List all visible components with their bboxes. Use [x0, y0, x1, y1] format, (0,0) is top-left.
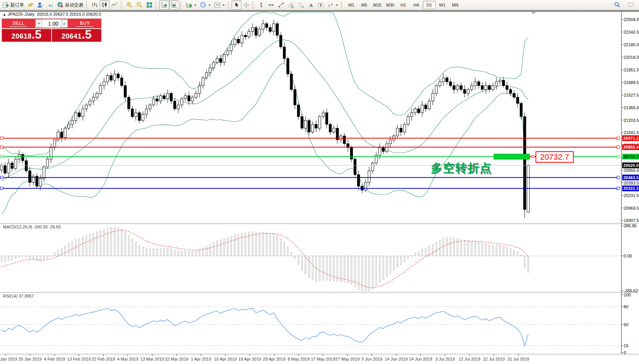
- chat-button[interactable]: [626, 0, 636, 10]
- candle-body: [138, 113, 141, 120]
- auto-scroll-button[interactable]: [159, 0, 169, 10]
- candle-body: [403, 124, 406, 132]
- svg-text:F: F: [302, 5, 304, 9]
- line-handle[interactable]: [617, 155, 620, 158]
- timeframe-w1-button[interactable]: W1: [436, 1, 449, 9]
- candle-body: [382, 147, 384, 151]
- buy-button[interactable]: BUY: [68, 19, 101, 28]
- arrow-objects-button[interactable]: ▼: [326, 0, 340, 10]
- candle-body: [7, 163, 10, 173]
- chart-object-button[interactable]: [26, 0, 36, 10]
- line-handle[interactable]: [617, 187, 620, 190]
- timeframe-m1-button[interactable]: M1: [345, 1, 358, 9]
- pivot-highlight-rect[interactable]: [494, 154, 530, 159]
- line-handle[interactable]: [0, 176, 3, 179]
- line-handle[interactable]: [617, 176, 620, 179]
- candle-body: [432, 93, 434, 101]
- rsi-tick: 15: [624, 343, 628, 348]
- candlestick-chart-button[interactable]: [100, 0, 110, 10]
- candle-body: [510, 89, 512, 93]
- chart-area[interactable]: 22504.022342.022180.022018.021851.521689…: [0, 11, 639, 364]
- price-annotation-box[interactable]: 20732.7: [535, 151, 574, 163]
- collapse-icon[interactable]: ▲: [3, 13, 6, 16]
- candle-body: [389, 140, 391, 144]
- candle-body: [120, 78, 123, 86]
- line-handle[interactable]: [0, 137, 3, 139]
- price-tick: 21851.5: [624, 68, 639, 72]
- text-label-button[interactable]: T: [316, 0, 326, 10]
- candle-body: [145, 109, 147, 114]
- candle-body: [248, 31, 250, 37]
- candle-body: [407, 116, 409, 124]
- date-tick: 19 Apr 2019: [238, 357, 261, 361]
- bar-chart-button[interactable]: [90, 0, 100, 10]
- timeframe-m15-button[interactable]: M15: [371, 1, 384, 9]
- templates-button[interactable]: ▼: [212, 0, 226, 10]
- price-tick: 21041.5: [624, 130, 639, 135]
- line-chart-button[interactable]: [110, 0, 120, 10]
- hline-icon: [268, 2, 275, 8]
- zoom-in-button[interactable]: [125, 0, 134, 10]
- candle-body: [265, 24, 268, 28]
- line-handle[interactable]: [0, 155, 3, 158]
- crosshair-button[interactable]: [241, 0, 251, 10]
- cursor-button[interactable]: [231, 0, 241, 10]
- pivot-connector-handle[interactable]: [532, 155, 534, 158]
- timeframe-h1-button[interactable]: H1: [397, 1, 410, 9]
- sell-button[interactable]: SELL: [2, 19, 35, 28]
- auto-trading-label: 自动交易: [65, 2, 83, 8]
- periods-button[interactable]: ▼: [198, 0, 212, 10]
- line-handle[interactable]: [0, 187, 3, 190]
- indicators-button[interactable]: ▼: [184, 0, 198, 10]
- sell-label: SELL: [12, 20, 24, 26]
- buy-price[interactable]: 20641 .5: [52, 29, 101, 42]
- pivot-annotation-text[interactable]: 多空转折点: [431, 160, 492, 176]
- candle-body: [163, 95, 165, 99]
- dropdown-caret-icon: ▼: [194, 4, 197, 6]
- timeframe-mn-button[interactable]: MN: [449, 1, 462, 9]
- candle-body: [438, 82, 441, 86]
- candle-body: [372, 163, 374, 171]
- volume-decrease-button[interactable]: ▼: [36, 19, 42, 28]
- market-signal-button[interactable]: [45, 0, 55, 10]
- search-button[interactable]: [612, 0, 622, 10]
- price-tick: 22342.0: [624, 30, 639, 34]
- svg-text:20971.2: 20971.2: [623, 136, 639, 141]
- candle-body: [364, 183, 367, 190]
- timeframe-d1-button[interactable]: D1: [423, 1, 436, 9]
- macd-indicator-label: MACD(12,26,9) -200.55 -29.55: [3, 225, 61, 229]
- timeframe-m5-button[interactable]: M5: [358, 1, 371, 9]
- candle-body: [223, 55, 225, 62]
- timeframe-h4-button[interactable]: H4: [410, 1, 423, 9]
- candle-body: [325, 113, 328, 124]
- volume-increase-button[interactable]: ▲: [61, 19, 68, 28]
- zoom-out-button[interactable]: [134, 0, 144, 10]
- candle-body: [167, 93, 169, 99]
- chart-shift-button[interactable]: [169, 0, 179, 10]
- line-handle[interactable]: [617, 146, 620, 149]
- line-handle[interactable]: [617, 137, 620, 139]
- vertical-line-button[interactable]: [256, 0, 266, 10]
- price-tick: 21365.5: [624, 105, 639, 110]
- candle-body: [255, 28, 257, 35]
- line-handle[interactable]: [0, 146, 3, 149]
- new-order-button[interactable]: 新订单: [1, 0, 26, 10]
- trendline-button[interactable]: [276, 0, 286, 10]
- candle-body: [516, 97, 519, 104]
- volume-input[interactable]: 1.00: [42, 19, 61, 28]
- buy-price-frac: .5: [82, 29, 92, 40]
- candle-body: [152, 99, 155, 105]
- text-button[interactable]: A: [306, 0, 316, 10]
- sell-price[interactable]: 20618 .5: [2, 29, 52, 42]
- autoscroll-icon: [161, 2, 168, 8]
- fibonacci-retracement-button[interactable]: F: [296, 0, 306, 10]
- tile-windows-button[interactable]: [144, 0, 154, 10]
- date-tick: 3 Jul 2019: [435, 357, 455, 361]
- timeframe-m30-button[interactable]: M30: [384, 1, 397, 9]
- expert-advisors-button[interactable]: [36, 0, 45, 10]
- candle-body: [485, 86, 487, 89]
- auto-trading-button[interactable]: 自动交易: [55, 0, 85, 10]
- equidistant-channel-button[interactable]: E: [286, 0, 296, 10]
- cursor-icon: [233, 2, 240, 8]
- horizontal-line-button[interactable]: [266, 0, 276, 10]
